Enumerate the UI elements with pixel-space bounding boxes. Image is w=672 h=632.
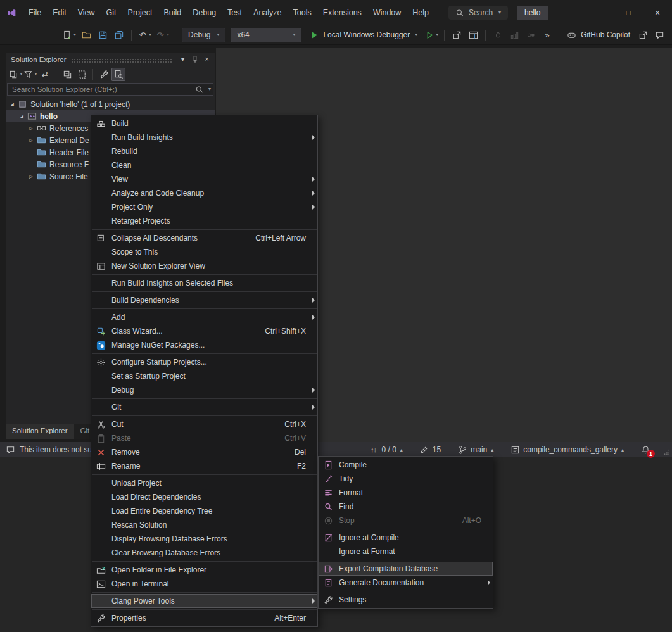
menu-git[interactable]: Git xyxy=(101,6,122,20)
menu-item-debug[interactable]: Debug xyxy=(91,383,317,397)
panel-header[interactable]: Solution Explorer ▾× xyxy=(6,53,215,66)
menu-item-stop[interactable]: StopAlt+O xyxy=(319,514,493,528)
menu-item-rename[interactable]: RenameF2 xyxy=(91,459,317,473)
preview-selected-items-button[interactable] xyxy=(111,68,125,81)
menu-view[interactable]: View xyxy=(72,6,101,20)
minimize-button[interactable]: ─ xyxy=(585,0,614,25)
menu-item-class-wizard[interactable]: Class Wizard...Ctrl+Shift+X xyxy=(91,324,317,338)
redo-button[interactable]: ↷▾ xyxy=(154,27,170,42)
menu-item-settings[interactable]: Settings xyxy=(319,593,493,607)
hot-reload-button[interactable] xyxy=(490,27,505,42)
tree-item-solution-hello-1-of-1-project[interactable]: ◢Solution 'hello' (1 of 1 project) xyxy=(6,98,215,110)
menu-item-cut[interactable]: CutCtrl+X xyxy=(91,417,317,431)
resize-grip-icon[interactable] xyxy=(661,446,671,456)
menu-item-retarget-projects[interactable]: Retarget Projects xyxy=(91,214,317,228)
menu-item-set-as-startup-project[interactable]: Set as Startup Project xyxy=(91,369,317,383)
menu-item-compile[interactable]: Compile xyxy=(319,458,493,472)
menu-test[interactable]: Test xyxy=(222,6,248,20)
menu-item-analyze-and-code-cleanup[interactable]: Analyze and Code Cleanup xyxy=(91,186,317,200)
menu-item-rescan-solution[interactable]: Rescan Solution xyxy=(91,518,317,532)
platform-combo[interactable]: x64 ▾ xyxy=(231,28,301,42)
menu-file[interactable]: File xyxy=(23,6,47,20)
menu-item-open-in-terminal[interactable]: Open in Terminal xyxy=(91,577,317,591)
menu-item-git[interactable]: Git xyxy=(91,400,317,414)
start-debugging-button[interactable]: Local Windows Debugger ▾ xyxy=(305,27,422,42)
configuration-combo[interactable]: Debug ▾ xyxy=(182,28,225,42)
properties-button[interactable] xyxy=(97,68,111,81)
start-without-debugging-button[interactable]: ▾ xyxy=(423,27,440,42)
menu-extensions[interactable]: Extensions xyxy=(317,6,367,20)
menu-item-unload-project[interactable]: Unload Project xyxy=(91,476,317,490)
tab-solution-explorer[interactable]: Solution Explorer xyxy=(6,424,74,439)
current-repository[interactable]: compile_commands_gallery▴ xyxy=(510,445,624,455)
menu-item-ignore-at-compile[interactable]: Ignore at Compile xyxy=(319,531,493,545)
menu-item-display-browsing-database-errors[interactable]: Display Browsing Database Errors xyxy=(91,532,317,546)
menu-item-build-dependencies[interactable]: Build Dependencies xyxy=(91,293,317,307)
tree-expander-icon[interactable]: ◢ xyxy=(7,101,17,107)
pin-panel-button[interactable] xyxy=(189,54,201,65)
menu-build[interactable]: Build xyxy=(158,6,187,20)
feedback-button[interactable] xyxy=(652,27,667,42)
menu-item-ignore-at-format[interactable]: Ignore at Format xyxy=(319,545,493,559)
caret-down-icon[interactable]: ▾ xyxy=(208,87,211,92)
breakpoints-button[interactable] xyxy=(523,27,538,42)
tree-expander-icon[interactable]: ▷ xyxy=(26,174,36,179)
pending-edits[interactable]: 15 xyxy=(419,445,441,455)
toolbar-overflow-button[interactable]: » xyxy=(540,27,555,42)
menu-item-run-build-insights-on-selected-files[interactable]: Run Build Insights on Selected Files xyxy=(91,276,317,290)
share-button[interactable] xyxy=(635,27,650,42)
switch-views-button[interactable]: ▾ xyxy=(9,68,23,81)
menu-item-configure-startup-projects[interactable]: Configure Startup Projects... xyxy=(91,355,317,369)
menu-item-collapse-all-descendants[interactable]: Collapse All DescendantsCtrl+Left Arrow xyxy=(91,231,317,245)
filter-solution-button[interactable]: ▾ xyxy=(23,68,37,81)
menu-item-remove[interactable]: RemoveDel xyxy=(91,445,317,459)
toolbar-grip[interactable] xyxy=(53,29,57,41)
menu-item-open-folder-in-file-explorer[interactable]: Open Folder in File Explorer xyxy=(91,563,317,577)
menu-item-add[interactable]: Add xyxy=(91,310,317,324)
close-button[interactable]: × xyxy=(643,0,672,25)
menu-item-format[interactable]: Format xyxy=(319,486,493,500)
menu-tools[interactable]: Tools xyxy=(288,6,317,20)
solution-name-badge[interactable]: hello xyxy=(517,6,548,20)
new-item-button[interactable]: ▾ xyxy=(61,27,77,42)
menu-item-run-build-insights[interactable]: Run Build Insights xyxy=(91,130,317,144)
menu-item-new-solution-explorer-view[interactable]: New Solution Explorer View xyxy=(91,259,317,273)
window-layout-button[interactable] xyxy=(466,27,481,42)
menu-item-find[interactable]: Find xyxy=(319,500,493,514)
menu-item-export-compilation-database[interactable]: Export Compilation Database xyxy=(319,562,493,576)
menu-item-manage-nuget-packages[interactable]: Manage NuGet Packages... xyxy=(91,338,317,352)
solution-search-input[interactable]: Search Solution Explorer (Ctrl+;) ▾ xyxy=(7,83,213,96)
menu-item-rebuild[interactable]: Rebuild xyxy=(91,144,317,158)
menu-window[interactable]: Window xyxy=(367,6,407,20)
menu-item-build[interactable]: Build xyxy=(91,117,317,130)
menu-edit[interactable]: Edit xyxy=(47,6,72,20)
menu-analyze[interactable]: Analyze xyxy=(248,6,287,20)
collapse-all-button[interactable] xyxy=(60,68,74,81)
menu-item-view[interactable]: View xyxy=(91,172,317,186)
menu-item-clean[interactable]: Clean xyxy=(91,158,317,172)
menu-help[interactable]: Help xyxy=(407,6,434,20)
menu-project[interactable]: Project xyxy=(122,6,158,20)
menu-item-generate-documentation[interactable]: Generate Documentation xyxy=(319,576,493,590)
notifications-bell[interactable]: 1 xyxy=(640,445,650,455)
current-branch[interactable]: main▴ xyxy=(457,445,493,455)
menu-item-properties[interactable]: PropertiesAlt+Enter xyxy=(91,611,317,625)
sync-status[interactable]: ↑↓0 / 0▴ xyxy=(368,445,402,455)
search-box[interactable]: Search ▾ xyxy=(448,6,508,20)
tree-expander-icon[interactable]: ▷ xyxy=(26,125,36,131)
publish-button[interactable] xyxy=(449,27,464,42)
save-button[interactable] xyxy=(95,27,110,42)
tree-expander-icon[interactable]: ◢ xyxy=(16,113,27,119)
window-position-button[interactable]: ▾ xyxy=(177,54,189,65)
menu-item-scope-to-this[interactable]: Scope to This xyxy=(91,245,317,259)
menu-item-paste[interactable]: PasteCtrl+V xyxy=(91,431,317,445)
menu-item-tidy[interactable]: Tidy xyxy=(319,472,493,486)
tree-expander-icon[interactable]: ▷ xyxy=(26,137,36,143)
menu-item-load-direct-dependencies[interactable]: Load Direct Dependencies xyxy=(91,490,317,504)
github-copilot-button[interactable]: GitHub Copilot xyxy=(563,30,634,40)
menu-item-clang-power-tools[interactable]: Clang Power Tools xyxy=(91,594,317,608)
undo-button[interactable]: ↶▾ xyxy=(136,27,153,42)
profiler-button[interactable] xyxy=(507,27,522,42)
menu-debug[interactable]: Debug xyxy=(187,6,222,20)
close-panel-button[interactable]: × xyxy=(201,54,213,65)
